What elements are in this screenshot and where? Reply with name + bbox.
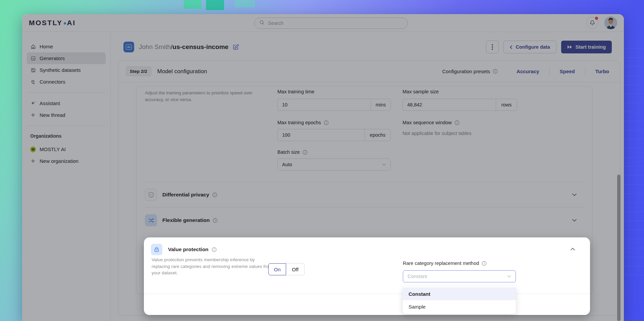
presets-label: Configuration presets [442, 68, 498, 74]
flexible-generation-section-header[interactable]: Flexible generation [145, 208, 577, 233]
organizations-heading: Organizations [27, 131, 106, 143]
rare-category-replacement-select[interactable]: Constant [403, 270, 516, 282]
max-training-time-group: mins [277, 99, 391, 111]
svg-text:AI: AI [32, 57, 34, 59]
lock-icon [151, 244, 162, 255]
dropdown-option-constant[interactable]: Constant [403, 287, 516, 300]
connectors-icon [30, 79, 36, 85]
bell-icon [589, 20, 595, 26]
svg-text:ε: ε [150, 193, 152, 196]
decor-square [184, 0, 201, 9]
info-icon[interactable] [213, 218, 218, 223]
value-protection-toggle: On Off [268, 263, 305, 275]
sidebar: Home AI Generators Synthetic datasets Co… [22, 32, 111, 321]
max-sample-size-input[interactable] [402, 99, 496, 111]
panel-header: Step 2/2 Model configuration Configurati… [118, 61, 620, 82]
unit-addon: rows [496, 99, 517, 111]
batch-size-label: Batch size [277, 149, 391, 155]
sidebar-divider [28, 92, 105, 93]
section-title: Flexible generation [162, 217, 218, 223]
home-icon [30, 44, 36, 49]
plus-icon [30, 158, 36, 164]
start-training-button[interactable]: Start training [561, 41, 612, 53]
unit-addon: mins [371, 99, 391, 111]
max-sample-size-label: Max sample size [402, 89, 517, 94]
max-sample-size-group: rows [402, 99, 517, 111]
chevron-down-icon[interactable] [572, 193, 577, 196]
rare-category-replacement-label: Rare category replacement method [403, 261, 487, 266]
sidebar-item-label: New organization [40, 158, 78, 164]
logo-dot-icon [64, 22, 66, 25]
training-parameters-description: Adjust the training parameters to priori… [145, 90, 266, 103]
search-icon [259, 20, 265, 27]
search-bar[interactable] [254, 17, 408, 29]
info-icon[interactable] [324, 120, 329, 125]
batch-size-select[interactable]: Auto [277, 158, 391, 171]
more-actions-button[interactable] [486, 41, 499, 53]
organization-badge: M [30, 146, 36, 152]
sidebar-item-connectors[interactable]: Connectors [27, 76, 106, 88]
info-icon[interactable] [454, 120, 460, 125]
sidebar-item-label: Connectors [40, 79, 65, 85]
toggle-off-button[interactable]: Off [286, 263, 305, 275]
sidebar-item-new-thread[interactable]: New thread [27, 109, 106, 121]
sidebar-item-label: MOSTLY AI [40, 146, 66, 152]
assistant-sparkle-icon [30, 101, 36, 106]
preset-turbo[interactable]: Turbo [585, 68, 612, 74]
chevron-up-icon[interactable] [570, 247, 575, 251]
dropdown-option-sample[interactable]: Sample [403, 300, 516, 313]
info-icon[interactable] [493, 69, 498, 74]
page-actions: Configure data Start training [486, 41, 612, 53]
info-icon[interactable] [212, 192, 217, 197]
page-title: Model configuration [157, 68, 207, 75]
max-sequence-window-note: Not applicable for subject tables [402, 131, 472, 136]
sidebar-item-synthetic-datasets[interactable]: Synthetic datasets [27, 64, 106, 76]
step-badge: Step 2/2 [126, 66, 151, 76]
max-training-time-label: Max training time [277, 89, 391, 94]
sidebar-item-label: New thread [40, 112, 65, 118]
max-training-epochs-input[interactable] [277, 129, 365, 141]
sidebar-item-new-organization[interactable]: New organization [27, 155, 106, 167]
value-protection-section: Value protection Value protection preven… [144, 237, 590, 315]
info-icon[interactable] [482, 261, 487, 266]
desktop-background: MOSTLY AI [0, 0, 644, 321]
toggle-on-button[interactable]: On [268, 263, 286, 275]
chevron-left-icon [510, 45, 513, 49]
sidebar-item-home[interactable]: Home [27, 41, 106, 52]
configuration-presets: Configuration presets Accuracy Speed Tur… [442, 66, 612, 77]
edit-name-icon[interactable] [232, 44, 239, 50]
preset-accuracy[interactable]: Accuracy [506, 68, 549, 74]
sidebar-item-label: Home [40, 44, 53, 49]
kebab-menu-icon [492, 44, 493, 50]
mostly-ai-logo: MOSTLY AI [29, 19, 76, 27]
value-protection-description: Value protection prevents membership inf… [152, 257, 273, 276]
info-icon[interactable] [303, 150, 308, 155]
sidebar-item-label: Synthetic datasets [40, 67, 81, 73]
notification-badge [595, 17, 598, 20]
decor-square [235, 0, 255, 7]
fast-forward-icon [567, 45, 572, 49]
search-input[interactable] [268, 20, 403, 26]
differential-privacy-section-header[interactable]: ε Differential privacy [145, 182, 577, 208]
configure-data-button[interactable]: Configure data [503, 41, 556, 53]
chevron-down-icon [507, 275, 511, 278]
vertical-scrollbar[interactable] [617, 175, 621, 321]
max-training-time-input[interactable] [277, 99, 371, 111]
chevron-down-icon[interactable] [572, 219, 577, 222]
sidebar-item-generators[interactable]: AI Generators [27, 52, 106, 64]
logo-text-right: AI [67, 19, 76, 27]
app-header: MOSTLY AI [22, 14, 624, 32]
plus-icon [30, 112, 36, 118]
sidebar-item-organization[interactable]: M MOSTLY AI [27, 143, 106, 155]
preset-speed[interactable]: Speed [550, 68, 585, 74]
info-icon[interactable] [212, 247, 217, 252]
card-divider [144, 294, 590, 294]
max-sequence-window-label: Max sequence window [402, 120, 517, 125]
notifications-button[interactable] [586, 17, 598, 29]
unit-addon: epochs [365, 129, 391, 141]
breadcrumb-owner[interactable]: John Smith [139, 43, 171, 51]
user-avatar[interactable] [604, 16, 617, 29]
generator-type-icon: AI [123, 42, 134, 52]
sidebar-item-assistant[interactable]: Assistant [27, 97, 106, 109]
header-right [586, 16, 617, 29]
